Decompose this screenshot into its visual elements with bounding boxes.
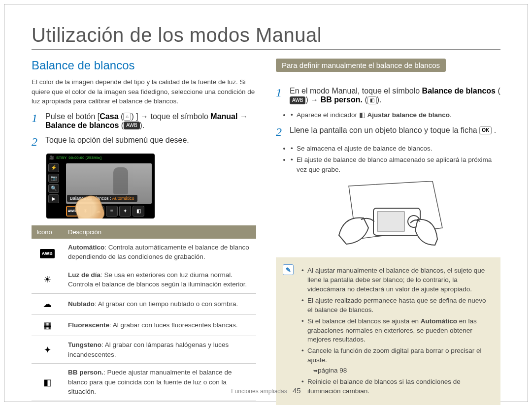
intro-paragraph: El color de la imagen depende del tipo y… — [32, 77, 256, 106]
step-body: Llene la pantalla con un objeto blanco y… — [290, 126, 500, 138]
subsection-pill: Para definir manualmente el balance de b… — [276, 59, 446, 72]
step-2: 2 Toque la opción del submenú que desee. — [32, 136, 256, 148]
time-label: 00:00:00 [253Min] — [68, 156, 101, 160]
awb-icon: AWB — [124, 122, 139, 129]
daylight-icon: ☀ — [32, 266, 63, 293]
left-column: Balance de blancos El color de la imagen… — [32, 59, 256, 405]
table-row: ☁ Nublado: Al grabar con un tiempo nubla… — [32, 293, 256, 314]
ok-button-icon: OK — [479, 126, 492, 134]
substep: Aparece el indicador ◧ Ajustar balance d… — [291, 110, 500, 120]
two-column-layout: Balance de blancos El color de la imagen… — [32, 59, 500, 405]
tungsten-option-icon: ✦ — [119, 206, 131, 217]
lcd-screenshot: 🎥 STBY 00:00:00 [253Min] ⚡ 📷 🔍 ▶ Balance… — [46, 154, 155, 219]
note-item: Si el balance del blancos se ajusta en A… — [301, 317, 492, 345]
substep: El ajuste de balance de blanco almacenad… — [291, 155, 500, 174]
custom-wb-icon: ◧ — [32, 364, 63, 401]
home-icon: ⌂ — [123, 113, 131, 121]
lcd-status-bar: 🎥 STBY 00:00:00 [253Min] — [46, 154, 155, 162]
zoom-icon: 🔍 — [48, 184, 59, 193]
svg-rect-2 — [377, 212, 404, 231]
table-header-desc: Descripción — [63, 225, 256, 239]
page-footer: Funciones ampliadas 45 — [4, 386, 528, 395]
step-body: Toque la opción del submenú que desee. — [45, 136, 256, 148]
right-column: Para definir manualmente el balance de b… — [276, 59, 500, 405]
icon-description-table: Icono Descripción AWB Automático: Contro… — [32, 225, 256, 401]
movie-icon: 🎥 — [49, 156, 54, 160]
substep-list: Se almacena el ajuste de balance de blan… — [291, 144, 500, 175]
table-header-icon: Icono — [32, 225, 63, 239]
stby-label: STBY — [56, 156, 66, 160]
note-item: Al ajustar manualmente el balance de bla… — [301, 266, 492, 294]
substep-list: Aparece el indicador ◧ Ajustar balance d… — [291, 110, 500, 120]
custom-option-icon: ◧ — [133, 206, 144, 217]
note-box: ✎ Al ajustar manualmente el balance de b… — [276, 257, 500, 405]
custom-wb-icon: ◧ — [367, 96, 377, 104]
step-number: 1 — [276, 87, 285, 104]
awb-icon: AWB — [32, 239, 63, 266]
page-number: 45 — [293, 386, 301, 395]
cloudy-icon: ☁ — [32, 293, 63, 314]
fluorescent-option-icon: ≡ — [106, 206, 118, 217]
table-row: AWB Automático: Controla automáticamente… — [32, 239, 256, 266]
custom-wb-icon: ◧ — [359, 111, 367, 119]
awb-icon: AWB — [290, 96, 305, 104]
table-row: ▦ Fluorescente: Al grabar con luces fluo… — [32, 315, 256, 336]
hands-holding-camera-illustration — [319, 181, 457, 252]
note-item: El ajuste realizado permanece hasta que … — [301, 296, 492, 315]
lcd-left-toolbar: ⚡ 📷 🔍 ▶ — [48, 163, 59, 203]
page-title: Utilización de los modos Manual — [32, 24, 500, 50]
flash-icon: ⚡ — [48, 163, 59, 172]
right-step-2: 2 Llene la pantalla con un objeto blanco… — [276, 126, 500, 138]
play-icon: ▶ — [48, 194, 59, 203]
step-1: 1 Pulse el botón [Casa (⌂) ] → toque el … — [32, 112, 256, 130]
table-row: ◧ BB person.: Puede ajustar manualmente … — [32, 364, 256, 401]
manual-page: Utilización de los modos Manual Balance … — [4, 4, 528, 402]
camera-icon: 📷 — [48, 174, 59, 183]
page-reference: página 98 — [307, 366, 492, 375]
right-step-1: 1 En el modo Manual, toque el símbolo Ba… — [276, 87, 500, 104]
fluorescent-icon: ▦ — [32, 315, 63, 336]
section-heading: Balance de blancos — [32, 59, 256, 72]
note-list: Al ajustar manualmente el balance de bla… — [301, 266, 492, 396]
step-number: 1 — [32, 112, 40, 130]
footer-section-label: Funciones ampliadas — [231, 388, 287, 395]
step-number: 2 — [32, 136, 40, 148]
silhouette-icon — [113, 167, 128, 194]
step-number: 2 — [276, 126, 285, 138]
note-item: Cancele la función de zoom digital para … — [301, 346, 492, 375]
table-row: ✦ Tungsteno: Al grabar con lámparas haló… — [32, 336, 256, 364]
substep: Se almacena el ajuste de balance de blan… — [291, 144, 500, 154]
tungsten-icon: ✦ — [32, 336, 63, 364]
step-body: En el modo Manual, toque el símbolo Bala… — [290, 87, 500, 104]
table-row: ☀ Luz de día: Se usa en exteriores con l… — [32, 266, 256, 293]
note-icon: ✎ — [283, 264, 294, 275]
step-body: Pulse el botón [Casa (⌂) ] → toque el sí… — [45, 112, 256, 130]
